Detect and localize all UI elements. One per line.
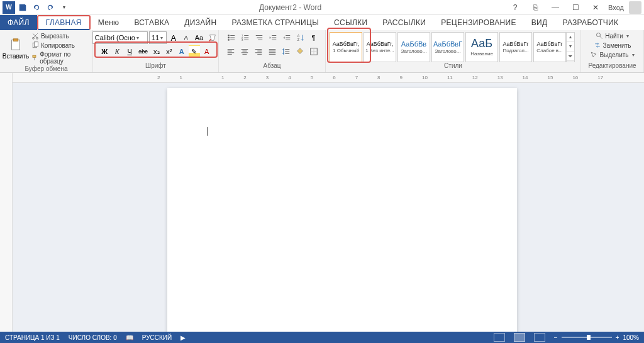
qat-customize-icon[interactable]: ▾ [58, 1, 70, 14]
inc-indent-button[interactable] [280, 31, 293, 44]
styles-more-button[interactable]: ⏷ [567, 52, 574, 61]
align-right-button[interactable] [252, 45, 265, 58]
shading-button[interactable] [294, 45, 306, 58]
view-web-button[interactable] [534, 333, 545, 342]
font-size-combo[interactable]: 11▾ [149, 31, 167, 44]
view-print-button[interactable] [514, 333, 525, 342]
style-item-5[interactable]: АаБбВвГгПодзагол... [499, 32, 532, 62]
group-styles: АаБбВвГг,1 ОбычныйАаБбВвГг,1 Без инте...… [326, 30, 581, 72]
tab-layout[interactable]: РАЗМЕТКА СТРАНИЦЫ [224, 15, 326, 30]
sign-in-link[interactable]: Вход [608, 4, 624, 11]
bullets-button[interactable] [225, 31, 238, 44]
svg-rect-6 [33, 55, 36, 57]
page[interactable] [167, 88, 517, 332]
view-read-button[interactable] [494, 333, 505, 342]
strike-button[interactable]: abc [136, 45, 150, 58]
paste-button[interactable]: Вставить [4, 34, 28, 63]
document-scroll[interactable]: 211234567891011121314151617 [13, 73, 644, 332]
justify-button[interactable] [266, 45, 279, 58]
status-language[interactable]: РУССКИЙ [142, 334, 172, 341]
word-icon[interactable]: W [3, 1, 15, 14]
copy-button[interactable]: Копировать [30, 41, 89, 50]
style-item-4[interactable]: АаБНазвание [465, 32, 498, 62]
svg-point-16 [597, 33, 601, 37]
tab-references[interactable]: ССЫЛКИ [326, 15, 375, 30]
underline-button[interactable]: Ч [124, 45, 135, 58]
styles-up-button[interactable]: ▴ [567, 33, 574, 42]
help-button[interactable]: ? [508, 1, 523, 14]
dec-indent-button[interactable] [267, 31, 279, 44]
status-page[interactable]: СТРАНИЦА 1 ИЗ 1 [5, 334, 60, 341]
status-words[interactable]: ЧИСЛО СЛОВ: 0 [69, 334, 117, 341]
text-effects-button[interactable]: A [176, 45, 187, 58]
multilevel-button[interactable] [253, 31, 265, 44]
ribbon-options-button[interactable]: ⎘ [528, 1, 543, 14]
tab-view[interactable]: ВИД [524, 15, 555, 30]
group-clipboard: Вставить Вырезать Копировать Формат по о… [0, 30, 93, 72]
styles-down-button[interactable]: ▾ [567, 42, 574, 52]
tab-home[interactable]: ГЛАВНАЯ [37, 15, 91, 30]
status-proofing-icon[interactable]: 📖 [126, 334, 133, 341]
highlight-button[interactable]: ✎ [189, 45, 200, 58]
close-button[interactable]: ✕ [588, 1, 603, 14]
find-button[interactable]: Найти▾ [594, 31, 630, 40]
align-center-button[interactable] [238, 45, 251, 58]
group-paragraph-label: Абзац [223, 62, 321, 72]
style-item-1[interactable]: АаБбВвГг,1 Без инте... [364, 32, 396, 62]
show-marks-button[interactable]: ¶ [308, 31, 319, 44]
zoom-value[interactable]: 100% [623, 334, 639, 341]
maximize-button[interactable]: ☐ [568, 1, 583, 14]
svg-rect-0 [12, 40, 20, 50]
style-item-0[interactable]: АаБбВвГг,1 Обычный [330, 32, 362, 62]
document-title: Документ2 - Word [73, 3, 508, 12]
tab-developer[interactable]: РАЗРАБОТЧИК [555, 15, 626, 30]
tab-design[interactable]: ДИЗАЙН [177, 15, 224, 30]
group-font-label: Шрифт [97, 62, 214, 72]
cut-button[interactable]: Вырезать [30, 31, 89, 40]
superscript-button[interactable]: x² [164, 45, 175, 58]
horizontal-ruler[interactable]: 211234567891011121314151617 [13, 73, 644, 83]
select-button[interactable]: Выделить▾ [589, 50, 635, 59]
line-spacing-button[interactable] [280, 45, 292, 58]
grow-font-button[interactable]: A [168, 31, 179, 44]
tab-review[interactable]: РЕЦЕНЗИРОВАНИЕ [433, 15, 524, 30]
align-left-button[interactable] [225, 45, 237, 58]
format-painter-button[interactable]: Формат по образцу [30, 50, 89, 65]
subscript-button[interactable]: x₂ [151, 45, 162, 58]
tab-insert[interactable]: ВСТАВКА [126, 15, 177, 30]
redo-icon[interactable] [44, 1, 57, 14]
svg-text:Z: Z [297, 38, 299, 41]
zoom-slider[interactable] [562, 337, 612, 338]
style-item-3[interactable]: АаБбВвГЗаголово... [431, 32, 464, 62]
sort-button[interactable]: AZ [294, 31, 307, 44]
style-item-6[interactable]: АаБбВвГгСлабое в... [533, 32, 566, 62]
borders-button[interactable] [308, 45, 320, 58]
minimize-button[interactable]: — [548, 1, 563, 14]
svg-point-8 [228, 37, 230, 39]
font-name-combo[interactable]: Calibri (Осно▾ [92, 31, 148, 44]
chevron-down-icon: ▾ [160, 35, 163, 41]
tab-menu[interactable]: Меню [91, 15, 127, 30]
style-item-2[interactable]: АаБбВвЗаголово... [397, 32, 430, 62]
group-styles-label: Стили [330, 62, 577, 72]
status-macro-icon[interactable]: ▶ [180, 334, 186, 341]
tab-file[interactable]: ФАЙЛ [0, 15, 37, 30]
zoom-in-button[interactable]: + [616, 334, 619, 341]
bold-button[interactable]: Ж [99, 45, 110, 58]
shrink-font-button[interactable]: A [180, 31, 192, 44]
replace-button[interactable]: Заменить [592, 41, 633, 50]
group-editing-label: Редактирование [585, 62, 640, 72]
vertical-ruler[interactable] [0, 73, 13, 332]
group-clipboard-label: Буфер обмена [4, 65, 89, 72]
clear-format-button[interactable] [206, 31, 219, 44]
change-case-button[interactable]: Aa [193, 31, 205, 44]
italic-button[interactable]: К [111, 45, 123, 58]
avatar-icon[interactable] [629, 1, 641, 14]
undo-icon[interactable] [30, 1, 43, 14]
save-icon[interactable] [16, 1, 29, 14]
svg-rect-5 [35, 42, 38, 47]
tab-mailings[interactable]: РАССЫЛКИ [375, 15, 433, 30]
numbering-button[interactable]: 123 [239, 31, 252, 44]
zoom-out-button[interactable]: − [554, 334, 558, 341]
font-color-button[interactable]: A [201, 45, 213, 58]
